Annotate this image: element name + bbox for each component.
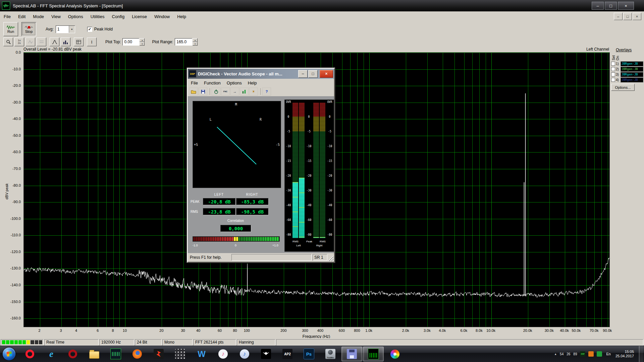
spin-up-icon[interactable]: ▲ bbox=[140, 38, 145, 42]
data-table-button[interactable] bbox=[74, 38, 84, 46]
avg-select[interactable]: 1 ▼ bbox=[56, 25, 75, 33]
mdi-close-button[interactable]: × bbox=[633, 13, 641, 20]
minimize-button[interactable]: – bbox=[592, 2, 604, 10]
dc-minimize-button[interactable]: – bbox=[298, 70, 308, 78]
taskbar-app-foobar2000[interactable] bbox=[256, 347, 276, 361]
digicheck-titlebar[interactable]: DSP DIGICheck - Vector Audio Scope - all… bbox=[188, 69, 334, 79]
dc-power-button[interactable] bbox=[212, 87, 220, 96]
meter-peak-left bbox=[299, 103, 305, 238]
dsp-tray-icon[interactable]: DSP bbox=[580, 351, 585, 357]
resize-grip-icon[interactable] bbox=[328, 256, 333, 261]
correlation-segment bbox=[253, 237, 255, 241]
plot-top-spinner[interactable]: ▲ ▼ bbox=[140, 38, 145, 46]
dc-menu-item-options[interactable]: Options bbox=[224, 80, 245, 85]
overlay-row-1: 1)JBRgen-JB bbox=[611, 61, 643, 66]
levels-tray-icon[interactable] bbox=[597, 351, 602, 357]
taskbar-app-firefox[interactable] bbox=[127, 347, 148, 361]
clock[interactable]: 15:0525.04.2017 bbox=[615, 350, 634, 358]
menu-item-view[interactable]: View bbox=[48, 11, 64, 21]
language-indicator[interactable]: En bbox=[605, 352, 611, 356]
taskbar-app-save-tool[interactable] bbox=[341, 347, 362, 361]
dropdown-arrow-icon[interactable]: ▼ bbox=[69, 26, 75, 33]
y-axis-tick-label: -140.0 bbox=[1, 283, 21, 287]
peak-curve-button[interactable] bbox=[50, 38, 59, 46]
menu-item-license[interactable]: License bbox=[128, 11, 151, 21]
taskbar-app-winamp[interactable] bbox=[148, 347, 169, 361]
taskbar-app-word[interactable]: W bbox=[191, 347, 212, 361]
taskbar-app-internet-explorer[interactable]: e bbox=[41, 347, 62, 361]
maximize-button[interactable]: □ bbox=[605, 2, 617, 10]
menu-item-help[interactable]: Help bbox=[173, 11, 190, 21]
taskbar-app-totalmix[interactable]: TotalMix bbox=[320, 347, 341, 361]
taskbar-app-app-grid[interactable] bbox=[170, 347, 191, 361]
overlay-checkbox[interactable] bbox=[611, 67, 615, 71]
dc-meter-button[interactable] bbox=[240, 87, 249, 96]
taskbar-app-audio-precision[interactable]: AP2 bbox=[277, 347, 298, 361]
taskbar-app-itunes[interactable]: ♪ bbox=[213, 347, 233, 361]
start-button[interactable] bbox=[3, 348, 15, 360]
taskbar-app-opera[interactable] bbox=[19, 347, 40, 361]
overlay-checkbox[interactable] bbox=[611, 72, 615, 76]
dc-brightness-button[interactable]: ☀ bbox=[249, 87, 258, 96]
mdi-minimize-button[interactable]: – bbox=[614, 13, 623, 20]
marker-button[interactable]: I bbox=[87, 38, 97, 46]
stop-button[interactable]: Stop bbox=[21, 22, 36, 36]
taskbar-app-photoshop[interactable]: Ps bbox=[299, 347, 319, 361]
overlay-checkbox[interactable] bbox=[611, 62, 615, 66]
fireface-tray-icon[interactable] bbox=[588, 351, 594, 357]
menu-item-utilities[interactable]: Utilities bbox=[87, 11, 108, 21]
taskbar-app-music-player[interactable]: ♪ bbox=[234, 347, 255, 361]
audio-editor-icon bbox=[110, 349, 121, 359]
overlays-options-button[interactable]: Options... bbox=[611, 84, 635, 91]
menu-item-window[interactable]: Window bbox=[151, 11, 173, 21]
overlay-label[interactable]: JBRgen-JB bbox=[621, 61, 643, 66]
mdi-restore-button[interactable]: □ bbox=[623, 13, 632, 20]
dc-maximize-button[interactable]: □ bbox=[308, 70, 318, 78]
menu-item-config[interactable]: Config bbox=[108, 11, 128, 21]
plot-top-field[interactable]: 0.00 bbox=[122, 38, 139, 46]
show-desktop-button[interactable] bbox=[639, 346, 643, 362]
spectralab-titlebar[interactable]: SpectraLAB - FFT Spectral Analysis Syste… bbox=[0, 0, 644, 11]
plot-range-spinner[interactable]: ▲ ▼ bbox=[193, 38, 198, 46]
correlation-segment bbox=[243, 237, 245, 241]
taskbar-app-audio-editor[interactable] bbox=[105, 347, 126, 361]
run-button[interactable]: Run bbox=[3, 22, 18, 36]
spin-up-icon[interactable]: ▲ bbox=[193, 38, 198, 42]
menu-item-file[interactable]: File bbox=[0, 11, 14, 21]
dc-save-button[interactable] bbox=[199, 87, 207, 96]
plot-range-field[interactable]: 165.0 bbox=[175, 38, 192, 46]
scope-right-label: R bbox=[260, 118, 262, 121]
overlay-label[interactable]: JBRgen-JB bbox=[621, 72, 643, 77]
level-block bbox=[31, 340, 34, 344]
overlay-checkbox[interactable] bbox=[611, 78, 615, 82]
dc-open-button[interactable] bbox=[189, 87, 198, 96]
dc-route-button[interactable]: → bbox=[230, 87, 239, 96]
spin-down-icon[interactable]: ▼ bbox=[193, 42, 198, 46]
x-axis-tick-label: 10 bbox=[123, 328, 127, 333]
dc-close-button[interactable]: × bbox=[320, 70, 333, 78]
x-axis-tick-label: 800 bbox=[354, 328, 360, 333]
bar-display-button[interactable] bbox=[61, 38, 70, 46]
dc-menu-item-help[interactable]: Help bbox=[245, 80, 260, 85]
dc-function-button[interactable]: FNC bbox=[221, 87, 230, 96]
scale-1x2x-button[interactable]: 1x 2x bbox=[14, 38, 24, 46]
tray-expand-icon[interactable]: ▲ bbox=[554, 353, 557, 356]
taskbar-app-opera-beta[interactable] bbox=[62, 347, 83, 361]
menu-item-mode[interactable]: Mode bbox=[29, 11, 48, 21]
overlay-label[interactable]: JBRgen-JB bbox=[621, 67, 643, 72]
correlation-scale-min: -1.0 bbox=[193, 244, 198, 247]
dc-menu-item-file[interactable]: File bbox=[188, 80, 201, 85]
peak-hold-checkbox[interactable]: ✓ bbox=[87, 27, 92, 32]
taskbar-app-spectralab[interactable] bbox=[363, 347, 384, 361]
taskbar-app-paint-palette[interactable] bbox=[384, 347, 405, 361]
taskbar-app-file-explorer[interactable] bbox=[84, 347, 105, 361]
scope-left-label: L bbox=[210, 118, 212, 121]
close-button[interactable]: × bbox=[618, 2, 634, 10]
spin-down-icon[interactable]: ▼ bbox=[140, 42, 145, 46]
menu-item-edit[interactable]: Edit bbox=[14, 11, 29, 21]
overlay-label[interactable]: JBRgen-JB bbox=[621, 77, 643, 82]
dc-help-button[interactable]: ? bbox=[262, 87, 271, 96]
dc-menu-item-function[interactable]: Function bbox=[201, 80, 224, 85]
menu-item-options[interactable]: Options bbox=[64, 11, 87, 21]
zoom-button[interactable] bbox=[3, 38, 13, 46]
